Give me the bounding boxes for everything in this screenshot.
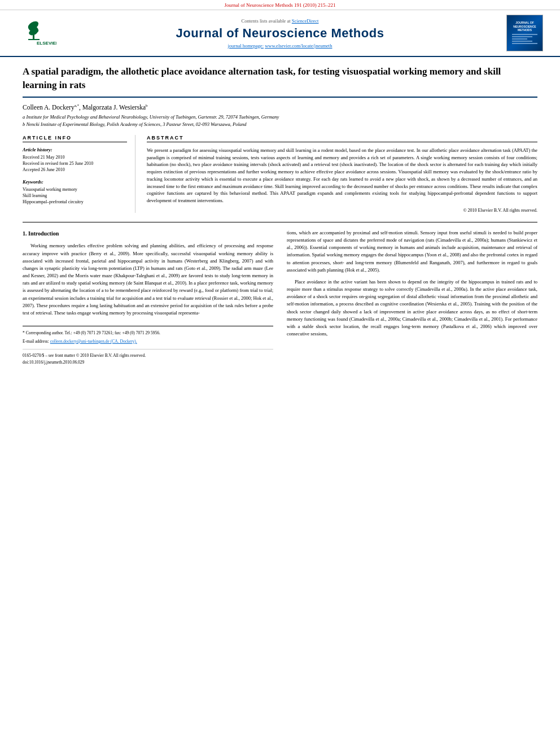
footnote-email: E-mail address: colleen.dockery@uni-tueb… [23, 338, 273, 345]
doi-line: doi:10.1016/j.jneumeth.2010.06.029 [23, 359, 273, 366]
keyword-3: Hippocampal–prefrontal circuitry [23, 199, 127, 204]
elsevier-logo: ELSEVIER [17, 19, 56, 47]
article-info-title: ARTICLE INFO [23, 135, 127, 142]
email-label: E-mail address: [23, 339, 49, 344]
history-title: Article history: [23, 147, 127, 152]
keywords-title: Keywords: [23, 179, 127, 185]
corr-marker: * [77, 103, 80, 108]
body-para-3: Place avoidance in the active variant ha… [287, 278, 537, 338]
keyword-2: Skill learning [23, 193, 127, 198]
bottom-info: 0165-0270/$ – see front matter © 2010 El… [23, 349, 273, 365]
body-para-1: Working memory underlies effective probl… [23, 242, 273, 317]
contents-line: Contents lists available at ScienceDirec… [62, 18, 498, 24]
abstract-section: ABSTRACT We present a paradigm for asses… [147, 135, 537, 213]
affiliation-a: a Institute for Medical Psychology and B… [23, 113, 537, 121]
abstract-title: ABSTRACT [147, 135, 537, 142]
journal-citation-text: Journal of Neuroscience Methods 191 (201… [225, 2, 336, 8]
body-two-col: 1. Introduction Working memory underlies… [23, 229, 537, 366]
keyword-1: Visuospatial working memory [23, 187, 127, 192]
abstract-text: We present a paradigm for assessing visu… [147, 147, 537, 204]
accepted-date: Accepted 26 June 2010 [23, 167, 127, 172]
affiliation-b: b Nencki Institute of Experimental Biolo… [23, 121, 537, 128]
journal-logo-box: JOURNAL OF NEUROSCIENCE METHODS [506, 15, 543, 51]
section1-heading: 1. Introduction [23, 229, 273, 238]
journal-header: ELSEVIER Contents lists available at Sci… [0, 10, 560, 57]
elsevier-logo-container: ELSEVIER [17, 19, 62, 48]
sciencedirect-link[interactable]: ScienceDirect [292, 18, 319, 24]
journal-homepage: journal homepage: www.elsevier.com/locat… [62, 43, 498, 49]
article-title: A spatial paradigm, the allothetic place… [23, 65, 537, 98]
revised-date: Received in revised form 25 June 2010 [23, 161, 127, 166]
email-address: colleen.dockery@uni-tuebingen.de (CA. Do… [50, 339, 137, 344]
page: Journal of Neuroscience Methods 191 (201… [0, 0, 560, 747]
section-divider [23, 222, 537, 222]
authors-line: Colleen A. Dockerya,*, Malgorzata J. Wes… [23, 103, 537, 111]
body-col-right: tions, which are accompanied by proximal… [287, 229, 537, 366]
journal-citation-bar: Journal of Neuroscience Methods 191 (201… [0, 0, 560, 10]
logo-lines-decoration [512, 34, 537, 45]
article-info-panel: ARTICLE INFO Article history: Received 2… [23, 135, 135, 213]
article-content: A spatial paradigm, the allothetic place… [0, 57, 560, 377]
journal-logo-container: JOURNAL OF NEUROSCIENCE METHODS [498, 15, 543, 51]
received-date: Received 21 May 2010 [23, 155, 127, 160]
affiliations: a Institute for Medical Psychology and B… [23, 113, 537, 128]
svg-text:ELSEVIER: ELSEVIER [37, 41, 56, 46]
body-col-left: 1. Introduction Working memory underlies… [23, 229, 273, 366]
header-center: Contents lists available at ScienceDirec… [62, 18, 498, 49]
journal-title: Journal of Neuroscience Methods [62, 26, 498, 41]
issn-line: 0165-0270/$ – see front matter © 2010 El… [23, 352, 273, 359]
copyright-line: © 2010 Elsevier B.V. All rights reserved… [147, 208, 537, 213]
svg-rect-4 [28, 39, 40, 40]
body-para-2: tions, which are accompanied by proximal… [287, 229, 537, 274]
footnotes: * Corresponding author. Tel.: +49 (0) 70… [23, 326, 273, 344]
aff-b-marker: b [146, 103, 148, 108]
footnote-corresponding: * Corresponding author. Tel.: +49 (0) 70… [23, 330, 273, 337]
homepage-url[interactable]: www.elsevier.com/locate/jneumeth [265, 43, 332, 49]
journal-logo-text: JOURNAL OF NEUROSCIENCE METHODS [513, 21, 536, 32]
info-abstract-section: ARTICLE INFO Article history: Received 2… [23, 135, 537, 213]
